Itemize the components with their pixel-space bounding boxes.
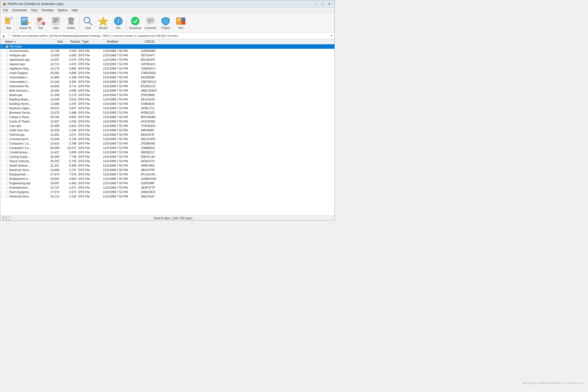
table-row[interactable]: 📄Computers 1.e...15,6243,788EPS File12/3…: [0, 141, 334, 146]
maximize-button[interactable]: □: [319, 2, 326, 6]
row-checkbox[interactable]: [0, 115, 4, 119]
table-row[interactable]: 📄Dance Instructi...20,3255,745EPS File12…: [0, 159, 334, 164]
toolbar-find-button[interactable]: Find: [80, 14, 95, 32]
row-checkbox[interactable]: [0, 132, 4, 137]
row-checkbox[interactable]: [0, 119, 4, 124]
table-row[interactable]: 📄Computers 2.e...60,55910,672EPS File12/…: [0, 146, 334, 150]
table-row[interactable]: 📄Apartments.eps14,5573,574EPS File12/3/1…: [0, 58, 334, 62]
row-checkbox[interactable]: [0, 124, 4, 128]
table-row[interactable]: 📄Automobiles f...14,2403,594EPS File12/3…: [0, 80, 334, 84]
table-row[interactable]: 📄Commercial Pr...15,9453,738EPS File12/3…: [0, 137, 334, 141]
table-row[interactable]: 📄Antiques.eps15,9034,083EPS File12/3/199…: [0, 53, 334, 58]
file-list[interactable]: 📁 File folder 📄Announcemen...13,7593,540…: [0, 44, 334, 215]
menu-item-favorites[interactable]: Favorites: [40, 8, 56, 12]
row-checkbox[interactable]: [0, 53, 4, 58]
row-checkbox[interactable]: [0, 110, 4, 115]
table-row[interactable]: 📄Condominium...14,4373,609EPS File12/3/1…: [0, 150, 334, 154]
row-checkbox[interactable]: [0, 154, 4, 159]
row-checkbox[interactable]: [0, 164, 4, 168]
row-checkbox[interactable]: [0, 106, 4, 110]
row-checkbox[interactable]: [0, 49, 4, 53]
row-checkbox[interactable]: [0, 58, 4, 62]
row-checkbox[interactable]: [0, 75, 4, 80]
table-row[interactable]: 📄Employment ...27,8747,576EPS File12/3/1…: [0, 172, 334, 177]
menu-item-tools[interactable]: Tools: [29, 8, 40, 12]
row-checkbox[interactable]: [0, 62, 4, 66]
minimize-button[interactable]: ─: [312, 2, 319, 6]
table-row[interactable]: 📄Child Care Ser...16,5354,140EPS File12/…: [0, 128, 334, 132]
row-checkbox[interactable]: [0, 71, 4, 75]
row-checkbox[interactable]: [0, 168, 4, 172]
toolbar-view-button[interactable]: View: [48, 14, 63, 32]
table-row[interactable]: 📁 File folder: [0, 44, 334, 49]
toolbar-delete-button[interactable]: Delete: [64, 14, 78, 32]
row-checkbox[interactable]: [0, 159, 4, 164]
table-row[interactable]: 📄Announcemen...13,7593,540EPS File12/3/1…: [0, 49, 334, 53]
table-row[interactable]: 📄Cars.eps20,9084,823EPS File12/3/1998 7:…: [0, 124, 334, 128]
col-header-modified[interactable]: Modified: [106, 39, 144, 44]
col-header-packed[interactable]: Packed: [64, 39, 81, 44]
row-checkbox[interactable]: [0, 84, 4, 88]
table-row[interactable]: 📄Business Servic...13,6783,486EPS File12…: [0, 110, 334, 115]
table-row[interactable]: 📄Financial Servi...16,1134,126EPS File12…: [0, 194, 334, 199]
row-checkbox[interactable]: [0, 97, 4, 102]
toolbar-test-button[interactable]: ✓ Test: [33, 14, 48, 32]
row-checkbox[interactable]: [0, 177, 4, 181]
address-back-button[interactable]: ▲: [1, 33, 6, 38]
toolbar-virusscan-button[interactable]: VirusScan: [128, 14, 142, 32]
table-row[interactable]: 📄Death Notices....22,2525,558EPS File12/…: [0, 164, 334, 168]
toolbar-extract-to-button[interactable]: Extract To: [18, 14, 33, 32]
row-checkbox[interactable]: [0, 88, 4, 93]
row-checkbox[interactable]: [0, 172, 4, 177]
table-row[interactable]: 📄Employment.e...18,5014,663EPS File12/3/…: [0, 177, 334, 181]
row-checkbox[interactable]: [0, 102, 4, 106]
table-row[interactable]: 📄Farm Equipme...17,5744,573EPS File12/3/…: [0, 190, 334, 194]
row-checkbox[interactable]: [0, 190, 4, 194]
toolbar-comment-button[interactable]: Comment: [143, 14, 158, 32]
table-row[interactable]: 📄Building Servic...13,8893,478EPS File12…: [0, 102, 334, 106]
table-row[interactable]: 📄Building Mater...14,6383,610EPS File12/…: [0, 97, 334, 102]
row-checkbox[interactable]: [0, 146, 4, 150]
table-row[interactable]: 📄Engineering.eps19,6974,493EPS File12/3/…: [0, 181, 334, 186]
menu-item-commands[interactable]: Commands: [10, 8, 29, 12]
table-row[interactable]: 📄Birth Announc...15,0934,068EPS File12/3…: [0, 88, 334, 93]
address-dropdown-button[interactable]: ▼: [330, 33, 334, 38]
row-checkbox[interactable]: [0, 80, 4, 84]
table-row[interactable]: 📄Apparel.eps19,7214,470EPS File12/3/1998…: [0, 62, 334, 66]
toolbar-info-button[interactable]: i Info: [111, 14, 126, 32]
table-row[interactable]: 📄Boats.eps21,3585,178EPS File12/3/1998 7…: [0, 93, 334, 97]
row-checkbox[interactable]: [0, 186, 4, 190]
row-checkbox[interactable]: [0, 194, 4, 199]
toolbar-add-button[interactable]: Add: [1, 14, 16, 32]
table-row[interactable]: 📄Automobiles f...15,9054,108EPS File12/3…: [0, 75, 334, 80]
table-row[interactable]: 📄Electrical Servi...14,6083,707EPS File1…: [0, 168, 334, 172]
row-checkbox[interactable]: [0, 181, 4, 186]
table-row[interactable]: 📄Cards of Thank...13,4573,430EPS File12/…: [0, 119, 334, 124]
table-row[interactable]: 📄Entertainment....13,7473,471EPS File12/…: [0, 186, 334, 190]
table-row[interactable]: 📄Automotive Re...14,8453,714EPS File12/3…: [0, 84, 334, 88]
menu-item-file[interactable]: File: [1, 8, 10, 12]
close-button[interactable]: ✕: [326, 2, 332, 6]
toolbar-wizard-button[interactable]: Wizard: [96, 14, 110, 32]
toolbar-protect-button[interactable]: Protect: [158, 14, 173, 32]
table-row[interactable]: 📄Camps & Reso...28,7938,001EPS File12/3/…: [0, 115, 334, 119]
toolbar-sfx-button[interactable]: SFX: [174, 14, 188, 32]
row-checkbox[interactable]: [0, 93, 4, 97]
row-checkbox[interactable]: [0, 150, 4, 154]
table-row[interactable]: 📄Appliance Rep...15,1783,981EPS File12/3…: [0, 66, 334, 71]
menu-item-help[interactable]: Help: [70, 8, 80, 12]
table-row[interactable]: 📄Audio Equipm...20,5554,686EPS File12/3/…: [0, 71, 334, 75]
row-checkbox[interactable]: [0, 44, 4, 49]
col-header-crc[interactable]: CRC32: [144, 39, 168, 44]
col-header-name[interactable]: Name ▲: [4, 39, 44, 44]
table-row[interactable]: 📄Cycling Equip...30,4097,748EPS File12/3…: [0, 154, 334, 159]
table-row[interactable]: 📄Business Oppo...16,9153,837EPS File12/3…: [0, 106, 334, 110]
row-checkbox[interactable]: [0, 66, 4, 71]
row-checkbox[interactable]: [0, 141, 4, 146]
col-header-size[interactable]: Size: [44, 39, 64, 44]
row-checkbox[interactable]: [0, 137, 4, 141]
row-checkbox[interactable]: [0, 128, 4, 132]
table-row[interactable]: 📄Clerical.eps14,4913,572EPS File12/3/199…: [0, 132, 334, 137]
address-path[interactable]: FileInfo.com Example.rar\Disc_01\Clip Ar…: [12, 34, 328, 37]
col-header-type[interactable]: Type: [81, 39, 106, 44]
